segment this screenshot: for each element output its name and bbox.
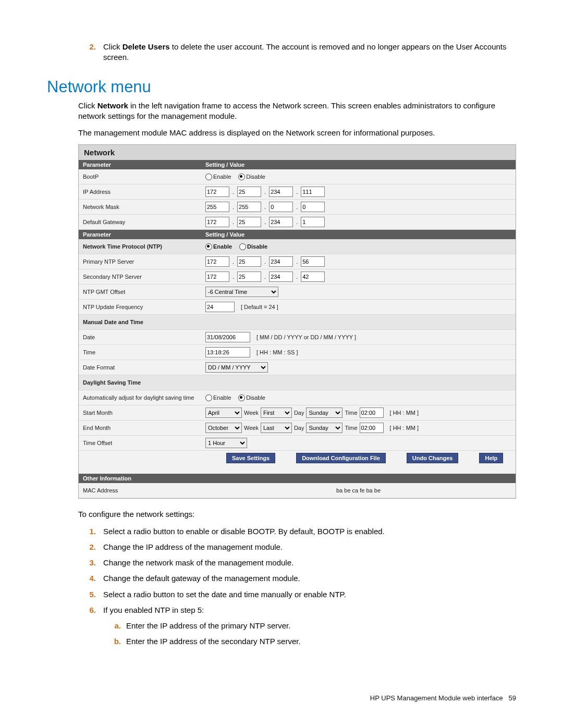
text: Click [103, 42, 123, 51]
ntp-freq-input[interactable] [205, 302, 235, 312]
date-format-select[interactable]: DD / MM / YYYY [205, 362, 268, 373]
table-header-2: Parameter Setting / Value [79, 230, 516, 239]
date-format-row: Date Format DD / MM / YYYY [79, 360, 516, 375]
label: Secondary NTP Server [83, 274, 205, 280]
help-button[interactable]: Help [479, 453, 503, 463]
end-day-select[interactable]: Sunday [306, 423, 342, 433]
ip-address-row: IP Address . . . [79, 184, 516, 200]
other-info-header: Other Information [79, 474, 516, 483]
ip-octet-1[interactable] [205, 187, 229, 197]
pntp-octet-2[interactable] [237, 256, 261, 267]
mask-octet-3[interactable] [269, 202, 293, 212]
label: Week [244, 410, 259, 416]
manual-date-section: Manual Date and Time [79, 315, 516, 330]
pntp-octet-4[interactable] [301, 256, 325, 267]
label: Automatically adjust for daylight saving… [83, 394, 205, 401]
hint-text: [ HH : MM ] [390, 410, 419, 416]
step-number: 3. [78, 558, 103, 568]
mac-address-row: MAC Address ba be ca fe ba be [79, 483, 516, 498]
sntp-octet-4[interactable] [301, 272, 325, 282]
label: MAC Address [83, 487, 205, 493]
label: NTP GMT Offset [83, 289, 205, 295]
step-number: 1. [78, 526, 103, 537]
text: in the left navigation frame to access t… [78, 101, 495, 120]
mask-octet-1[interactable] [205, 202, 229, 212]
date-input[interactable] [205, 332, 250, 342]
sntp-octet-1[interactable] [205, 272, 229, 282]
gmt-offset-select[interactable]: -6 Central Time [205, 287, 278, 297]
mask-octet-4[interactable] [301, 202, 325, 212]
gw-octet-2[interactable] [237, 217, 261, 227]
dst-enable-radio[interactable]: Enable [205, 394, 231, 401]
text: Click [78, 101, 97, 110]
bold-text: Delete Users [123, 42, 170, 51]
gw-octet-1[interactable] [205, 217, 229, 227]
end-week-select[interactable]: Last [261, 423, 292, 433]
label: Start Month [83, 410, 205, 416]
sntp-octet-2[interactable] [237, 272, 261, 282]
substep-number: a. [103, 621, 126, 631]
end-time-input[interactable] [360, 423, 384, 433]
save-settings-button[interactable]: Save Settings [226, 453, 275, 463]
config-intro: To configure the network settings: [78, 509, 516, 520]
network-screenshot: Network Parameter Setting / Value BootP … [78, 144, 516, 499]
mac-value: ba be ca fe ba be [336, 487, 381, 493]
bootp-disable-radio[interactable]: Disable [238, 174, 265, 180]
primary-ntp-row: Primary NTP Server . . . [79, 254, 516, 269]
start-month-select[interactable]: April [205, 408, 242, 418]
label: Primary NTP Server [83, 258, 205, 265]
sntp-octet-3[interactable] [269, 272, 293, 282]
ip-octet-4[interactable] [301, 187, 325, 197]
substep-number: b. [103, 636, 126, 647]
gw-octet-3[interactable] [269, 217, 293, 227]
step-text: Click Delete Users to delete the user ac… [103, 42, 516, 63]
start-week-select[interactable]: First [261, 408, 292, 418]
mask-octet-2[interactable] [237, 202, 261, 212]
end-month-row: End Month October Week Last Day Sunday T… [79, 421, 516, 436]
time-offset-select[interactable]: 1 Hour [205, 438, 247, 448]
label: Time Offset [83, 440, 205, 446]
time-input[interactable] [205, 347, 250, 357]
ntp-disable-radio[interactable]: Disable [239, 243, 267, 250]
hint-text: [ MM / DD / YYYY or DD / MM / YYYY ] [256, 334, 356, 340]
step-number: 5. [78, 589, 103, 600]
start-time-input[interactable] [360, 408, 384, 418]
dst-auto-row: Automatically adjust for daylight saving… [79, 390, 516, 405]
start-day-select[interactable]: Sunday [306, 408, 342, 418]
screenshot-title: Network [79, 145, 516, 160]
hint-text: [ HH : MM ] [390, 425, 419, 431]
label: Network Mask [83, 204, 205, 210]
label: BootP [83, 174, 205, 180]
label: End Month [83, 425, 205, 431]
step-text: Change the IP address of the management … [103, 542, 516, 552]
header-parameter: Parameter [83, 231, 205, 238]
end-month-select[interactable]: October [205, 423, 242, 433]
dst-disable-radio[interactable]: Disable [238, 394, 265, 401]
label: Time [345, 425, 357, 431]
step-text: If you enabled NTP in step 5: [103, 605, 516, 615]
step-text: Change the default gateway of the manage… [103, 573, 516, 584]
ntp-enable-radio[interactable]: Enable [205, 243, 232, 250]
label: Day [294, 410, 304, 416]
ntp-section: Network Time Protocol (NTP) Enable Disab… [79, 239, 516, 254]
bootp-row: BootP Enable Disable [79, 169, 516, 184]
bootp-enable-radio[interactable]: Enable [205, 174, 231, 180]
start-month-row: Start Month April Week First Day Sunday … [79, 405, 516, 421]
pntp-octet-3[interactable] [269, 256, 293, 267]
ntp-freq-row: NTP Update Frequency [ Default = 24 ] [79, 300, 516, 315]
button-bar: Save Settings Download Configuration Fil… [79, 451, 516, 465]
label: IP Address [83, 189, 205, 195]
pntp-octet-1[interactable] [205, 256, 229, 267]
ip-octet-3[interactable] [269, 187, 293, 197]
undo-changes-button[interactable]: Undo Changes [407, 453, 459, 463]
ip-octet-2[interactable] [237, 187, 261, 197]
download-config-button[interactable]: Download Configuration File [296, 453, 386, 463]
hint-text: [ Default = 24 ] [241, 304, 278, 310]
step-text: Select a radio button to set the date an… [103, 589, 516, 600]
table-header: Parameter Setting / Value [79, 160, 516, 169]
paragraph: The management module MAC address is dis… [78, 128, 516, 138]
page-footer: HP UPS Management Module web interface 5… [370, 694, 516, 702]
label: NTP Update Frequency [83, 304, 205, 310]
secondary-ntp-row: Secondary NTP Server . . . [79, 269, 516, 285]
gw-octet-4[interactable] [301, 217, 325, 227]
